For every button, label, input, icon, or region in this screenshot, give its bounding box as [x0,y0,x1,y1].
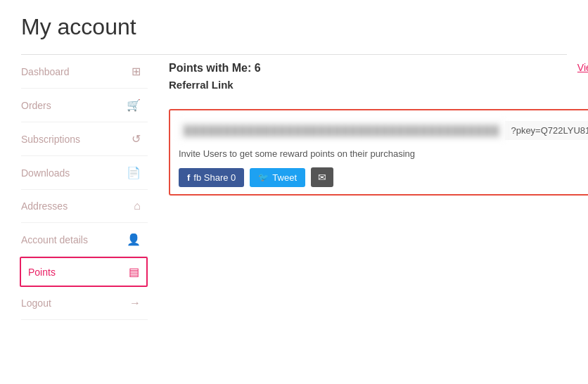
account-details-icon: 👤 [127,233,141,246]
downloads-icon: 📄 [127,166,141,179]
addresses-icon: ⌂ [134,200,141,212]
sidebar-item-label-orders: Orders [21,100,51,111]
content-layout: Dashboard ⊞ Orders 🛒 Subscriptions ↺ Dow… [21,55,567,320]
sidebar-item-label-addresses: Addresses [21,200,68,212]
referral-url-row: ████████████████████████████████████████… [179,117,588,143]
sidebar-item-subscriptions[interactable]: Subscriptions ↺ [21,122,148,156]
orders-icon: 🛒 [127,98,141,112]
twitter-share-button[interactable]: 🐦 Tweet [250,168,305,187]
facebook-icon: f [187,172,190,183]
twitter-bird-icon: 🐦 [258,172,269,182]
view-point-log-link[interactable]: View Point Log [577,62,588,73]
referral-link-label: Referral Link [169,79,261,91]
sidebar-item-orders[interactable]: Orders 🛒 [21,89,148,122]
sidebar-item-points[interactable]: Points ▤ [20,257,148,287]
referral-url-key: ?pkey=Q722LYU81B [505,121,588,140]
invite-text: Invite Users to get some reward points o… [179,148,588,159]
referral-url-blurred: ████████████████████████████████████████ [179,121,505,140]
sidebar-item-dashboard[interactable]: Dashboard ⊞ [21,55,148,89]
email-share-button[interactable]: ✉ [311,167,333,187]
sidebar-item-downloads[interactable]: Downloads 📄 [21,156,148,190]
sidebar-item-label-subscriptions: Subscriptions [21,134,80,145]
points-header: Points with Me: 6 Referral Link [169,62,261,91]
page-title: My account [21,14,567,40]
points-header-row: Points with Me: 6 Referral Link View Poi… [169,62,588,102]
sidebar: Dashboard ⊞ Orders 🛒 Subscriptions ↺ Dow… [21,55,148,320]
page-container: My account Dashboard ⊞ Orders 🛒 Subscrip… [0,0,588,384]
email-icon: ✉ [318,172,326,183]
sidebar-item-label-points: Points [28,267,56,278]
sidebar-item-label-logout: Logout [21,297,51,309]
points-icon: ▤ [129,265,139,279]
sidebar-item-account-details[interactable]: Account details 👤 [21,223,148,257]
subscriptions-icon: ↺ [132,132,141,146]
referral-box: ████████████████████████████████████████… [169,109,588,196]
sidebar-item-logout[interactable]: Logout → [21,287,148,320]
sidebar-item-addresses[interactable]: Addresses ⌂ [21,190,148,223]
logout-icon: → [129,297,141,309]
points-with-me: Points with Me: 6 [169,62,261,75]
sidebar-item-label-dashboard: Dashboard [21,66,70,77]
sidebar-item-label-downloads: Downloads [21,167,70,179]
twitter-share-label: Tweet [272,172,297,183]
facebook-share-button[interactable]: f fb Share 0 [179,168,244,187]
dashboard-icon: ⊞ [132,65,141,78]
sidebar-item-label-account-details: Account details [21,234,88,245]
share-buttons: f fb Share 0 🐦 Tweet ✉ [179,167,588,187]
facebook-share-label: fb Share 0 [193,172,236,183]
main-content: Points with Me: 6 Referral Link View Poi… [169,55,588,320]
